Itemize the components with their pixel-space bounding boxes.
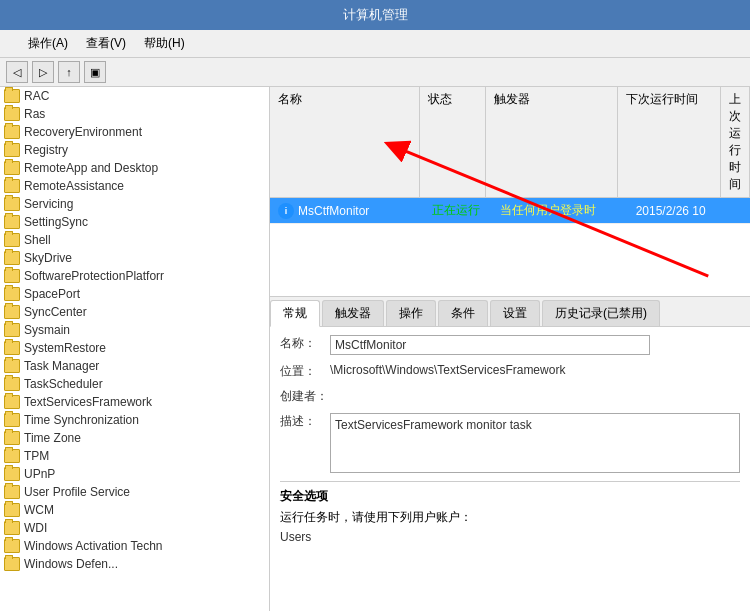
detail-desc-label: 描述： (280, 413, 330, 473)
menu-item-0[interactable] (6, 42, 14, 46)
tree-item-3[interactable]: Registry (0, 141, 269, 159)
detail-location-label: 位置： (280, 363, 330, 380)
folder-icon-15 (4, 359, 20, 373)
tree-item-23[interactable]: WCM (0, 501, 269, 519)
folder-icon-6 (4, 197, 20, 211)
tree-item-24[interactable]: WDI (0, 519, 269, 537)
tab-5[interactable]: 历史记录(已禁用) (542, 300, 660, 326)
tree-item-26[interactable]: Windows Defen... (0, 555, 269, 573)
tab-3[interactable]: 条件 (438, 300, 488, 326)
tree-item-15[interactable]: Task Manager (0, 357, 269, 375)
detail-author-value (330, 388, 740, 405)
toolbar-window[interactable]: ▣ (84, 61, 106, 83)
menu-item-help[interactable]: 帮助(H) (140, 33, 189, 54)
tree-item-17[interactable]: TextServicesFramework (0, 393, 269, 411)
tree-item-label-3: Registry (24, 143, 68, 157)
tree-item-2[interactable]: RecoveryEnvironment (0, 123, 269, 141)
folder-icon-0 (4, 89, 20, 103)
title-text: 计算机管理 (343, 7, 408, 22)
tree-item-label-5: RemoteAssistance (24, 179, 124, 193)
tree-item-22[interactable]: User Profile Service (0, 483, 269, 501)
details-panel: 常规触发器操作条件设置历史记录(已禁用) 名称： MsCtfMonitor 位置… (270, 297, 750, 611)
tree-item-4[interactable]: RemoteApp and Desktop (0, 159, 269, 177)
tab-2[interactable]: 操作 (386, 300, 436, 326)
task-trigger: 当任何用户登录时 (492, 198, 627, 223)
tree-item-1[interactable]: Ras (0, 105, 269, 123)
tree-item-13[interactable]: Sysmain (0, 321, 269, 339)
task-table-container: 名称 状态 触发器 下次运行时间 上次运行时间 i MsCtfMonitor 正… (270, 87, 750, 297)
tree-item-9[interactable]: SkyDrive (0, 249, 269, 267)
folder-icon-5 (4, 179, 20, 193)
folder-icon-17 (4, 395, 20, 409)
tree-item-14[interactable]: SystemRestore (0, 339, 269, 357)
tree-item-10[interactable]: SoftwareProtectionPlatforr (0, 267, 269, 285)
menu-bar: 操作(A) 查看(V) 帮助(H) (0, 30, 750, 58)
tab-4[interactable]: 设置 (490, 300, 540, 326)
tree-item-20[interactable]: TPM (0, 447, 269, 465)
detail-desc-row: 描述： TextServicesFramework monitor task (280, 413, 740, 473)
folder-icon-25 (4, 539, 20, 553)
task-status: 正在运行 (424, 198, 492, 223)
folder-icon-10 (4, 269, 20, 283)
toolbar-back[interactable]: ◁ (6, 61, 28, 83)
tabs-bar: 常规触发器操作条件设置历史记录(已禁用) (270, 297, 750, 327)
security-label: 安全选项 (280, 488, 740, 505)
tree-item-12[interactable]: SyncCenter (0, 303, 269, 321)
menu-item-action[interactable]: 操作(A) (24, 33, 72, 54)
toolbar-forward[interactable]: ▷ (32, 61, 54, 83)
detail-location-value: \Microsoft\Windows\TextServicesFramework (330, 363, 740, 380)
folder-icon-19 (4, 431, 20, 445)
tree-item-25[interactable]: Windows Activation Techn (0, 537, 269, 555)
tree-item-label-4: RemoteApp and Desktop (24, 161, 158, 175)
tree-item-8[interactable]: Shell (0, 231, 269, 249)
col-header-name: 名称 (270, 87, 420, 197)
main-container: RACRasRecoveryEnvironmentRegistryRemoteA… (0, 87, 750, 611)
menu-item-view[interactable]: 查看(V) (82, 33, 130, 54)
detail-author-label: 创建者： (280, 388, 330, 405)
detail-name-value: MsCtfMonitor (330, 335, 650, 355)
tree-item-6[interactable]: Servicing (0, 195, 269, 213)
toolbar-up[interactable]: ↑ (58, 61, 80, 83)
tree-item-label-15: Task Manager (24, 359, 99, 373)
right-panel: 名称 状态 触发器 下次运行时间 上次运行时间 i MsCtfMonitor 正… (270, 87, 750, 611)
task-name: MsCtfMonitor (298, 204, 369, 218)
tree-item-label-13: Sysmain (24, 323, 70, 337)
tree-item-label-0: RAC (24, 89, 49, 103)
tree-item-0[interactable]: RAC (0, 87, 269, 105)
tree-item-label-6: Servicing (24, 197, 73, 211)
tree-item-label-9: SkyDrive (24, 251, 72, 265)
tree-item-label-20: TPM (24, 449, 49, 463)
task-info-icon: i (278, 203, 294, 219)
detail-name-row: 名称： MsCtfMonitor (280, 335, 740, 355)
tree-item-16[interactable]: TaskScheduler (0, 375, 269, 393)
col-header-last: 上次运行时间 (721, 87, 750, 197)
folder-icon-1 (4, 107, 20, 121)
tree-item-21[interactable]: UPnP (0, 465, 269, 483)
tree-item-label-22: User Profile Service (24, 485, 130, 499)
folder-icon-7 (4, 215, 20, 229)
tree-item-19[interactable]: Time Zone (0, 429, 269, 447)
folder-icon-21 (4, 467, 20, 481)
folder-icon-11 (4, 287, 20, 301)
tree-item-label-24: WDI (24, 521, 47, 535)
detail-location-row: 位置： \Microsoft\Windows\TextServicesFrame… (280, 363, 740, 380)
tree-item-18[interactable]: Time Synchronization (0, 411, 269, 429)
tree-item-label-12: SyncCenter (24, 305, 87, 319)
folder-icon-16 (4, 377, 20, 391)
tree-item-label-14: SystemRestore (24, 341, 106, 355)
tree-item-11[interactable]: SpacePort (0, 285, 269, 303)
folder-icon-12 (4, 305, 20, 319)
folder-icon-23 (4, 503, 20, 517)
tree-item-label-18: Time Synchronization (24, 413, 139, 427)
task-row[interactable]: i MsCtfMonitor 正在运行 当任何用户登录时 2015/2/26 1… (270, 198, 750, 224)
folder-icon-18 (4, 413, 20, 427)
folder-icon-24 (4, 521, 20, 535)
tree-item-5[interactable]: RemoteAssistance (0, 177, 269, 195)
folder-icon-3 (4, 143, 20, 157)
tree-item-7[interactable]: SettingSync (0, 213, 269, 231)
folder-icon-26 (4, 557, 20, 571)
tab-1[interactable]: 触发器 (322, 300, 384, 326)
col-header-status: 状态 (420, 87, 486, 197)
tab-0[interactable]: 常规 (270, 300, 320, 327)
tree-item-label-8: Shell (24, 233, 51, 247)
